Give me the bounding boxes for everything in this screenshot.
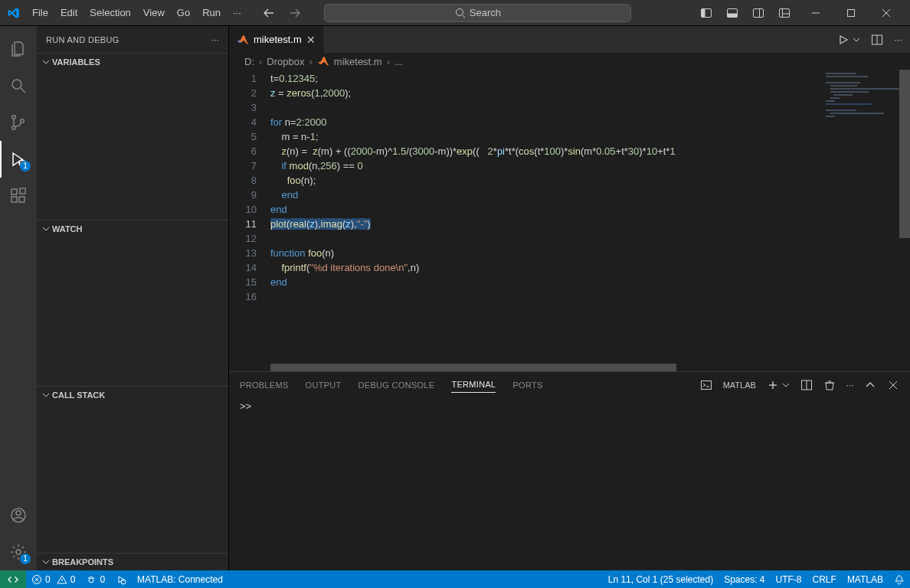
scrollbar-thumb[interactable] — [899, 70, 910, 238]
activitybar-search[interactable] — [0, 67, 37, 104]
sidebar-more-icon[interactable]: ··· — [211, 35, 219, 44]
chevron-right-icon: › — [259, 56, 262, 67]
svg-point-19 — [21, 119, 25, 123]
toggle-secondary-sidebar-icon[interactable] — [752, 7, 764, 19]
layout-controls — [700, 7, 791, 19]
svg-point-28 — [16, 511, 21, 515]
status-notifications[interactable] — [889, 570, 910, 588]
panel-more-icon[interactable]: ··· — [846, 381, 853, 390]
run-debug-badge: 1 — [20, 161, 31, 172]
svg-rect-35 — [826, 82, 860, 83]
kill-terminal-icon[interactable] — [823, 379, 836, 391]
scrollbar-thumb[interactable] — [270, 364, 676, 371]
debug-icon — [116, 574, 126, 585]
crumb[interactable]: miketest.m — [334, 56, 382, 67]
tab-close-icon[interactable]: ✕ — [306, 34, 316, 46]
minimize-button[interactable] — [798, 0, 833, 26]
section-callstack-head[interactable]: CALL STACK — [37, 387, 228, 403]
editor-horizontal-scrollbar[interactable] — [229, 364, 910, 371]
svg-rect-24 — [11, 197, 17, 202]
terminal-dropdown-icon[interactable] — [782, 381, 790, 389]
section-watch-head[interactable]: WATCH — [37, 220, 228, 237]
svg-rect-46 — [701, 381, 711, 389]
terminal-body[interactable]: >> — [229, 397, 910, 570]
terminal-profile-icon[interactable] — [700, 379, 712, 391]
breadcrumbs[interactable]: D: › Dropbox › miketest.m › ... — [229, 53, 910, 70]
status-language[interactable]: MATLAB — [842, 570, 889, 588]
warning-icon — [57, 574, 67, 585]
panel-tab-debug-console[interactable]: DEBUG CONSOLE — [358, 377, 435, 393]
section-label: CALL STACK — [52, 390, 105, 400]
command-center: Search — [324, 4, 631, 22]
toggle-panel-icon[interactable] — [726, 7, 738, 19]
toggle-primary-sidebar-icon[interactable] — [700, 7, 712, 19]
run-dropdown-icon[interactable] — [853, 36, 860, 44]
svg-rect-41 — [826, 100, 835, 102]
svg-point-17 — [12, 116, 16, 119]
menu-view[interactable]: View — [137, 4, 171, 21]
menu-overflow[interactable]: ··· — [227, 4, 247, 21]
activitybar-settings[interactable]: 1 — [0, 534, 37, 570]
new-terminal-icon[interactable] — [767, 379, 779, 391]
nav-forward-icon[interactable] — [289, 7, 301, 19]
terminal-name[interactable]: MATLAB — [723, 381, 756, 390]
menu-run[interactable]: Run — [196, 4, 227, 21]
section-breakpoints: BREAKPOINTS — [37, 553, 228, 570]
minimap[interactable] — [823, 70, 899, 364]
run-file-icon[interactable] — [837, 34, 849, 46]
status-eol[interactable]: CRLF — [807, 570, 842, 588]
bell-icon — [894, 574, 905, 585]
maximize-button[interactable] — [833, 0, 869, 26]
status-ports-count: 0 — [100, 574, 105, 585]
crumb[interactable]: Dropbox — [267, 56, 304, 67]
code-area[interactable]: t=0.12345;z = zeros(1,2000);for n=2:2000… — [270, 70, 910, 364]
menu-go[interactable]: Go — [171, 4, 196, 21]
line-gutter[interactable]: 12345678910111213141516 — [229, 70, 270, 364]
svg-rect-25 — [19, 197, 25, 202]
status-encoding[interactable]: UTF-8 — [771, 570, 807, 588]
vscode-logo-icon — [6, 5, 21, 21]
nav-back-icon[interactable] — [263, 7, 275, 19]
panel-tab-terminal[interactable]: TERMINAL — [451, 377, 496, 393]
editor-vertical-scrollbar[interactable] — [899, 70, 910, 364]
svg-point-15 — [12, 80, 21, 89]
status-matlab[interactable]: MATLAB: Connected — [132, 570, 228, 588]
tab-miketest[interactable]: miketest.m ✕ — [229, 26, 324, 53]
editor-body[interactable]: 12345678910111213141516 t=0.12345;z = ze… — [229, 70, 910, 364]
activitybar-scm[interactable] — [0, 104, 37, 141]
activitybar-explorer[interactable] — [0, 31, 37, 67]
section-breakpoints-head[interactable]: BREAKPOINTS — [37, 554, 228, 570]
activitybar-extensions[interactable] — [0, 178, 37, 214]
panel-tab-problems[interactable]: PROBLEMS — [240, 377, 289, 393]
status-spaces[interactable]: Spaces: 4 — [719, 570, 770, 588]
split-editor-icon[interactable] — [871, 34, 883, 46]
panel-tab-ports[interactable]: PORTS — [512, 377, 542, 393]
menu-selection[interactable]: Selection — [83, 4, 136, 21]
status-cursor[interactable]: Ln 11, Col 1 (25 selected) — [603, 570, 719, 588]
status-matlab-label: MATLAB: Connected — [137, 574, 223, 585]
section-variables: VARIABLES — [37, 53, 228, 220]
editor-more-icon[interactable]: ··· — [894, 34, 902, 45]
split-terminal-icon[interactable] — [800, 379, 813, 391]
remote-indicator[interactable] — [0, 570, 26, 588]
activitybar-account[interactable] — [0, 497, 37, 534]
customize-layout-icon[interactable] — [778, 7, 791, 19]
menu-file[interactable]: File — [26, 4, 54, 21]
titlebar: File Edit Selection View Go Run ··· Sear… — [0, 0, 910, 26]
close-panel-icon[interactable] — [887, 379, 899, 391]
ports-icon — [86, 574, 97, 585]
statusbar: 0 0 0 MATLAB: Connected Ln 11, Col 1 (25… — [0, 570, 910, 588]
crumb[interactable]: ... — [394, 56, 403, 67]
crumb[interactable]: D: — [244, 56, 254, 67]
search-box[interactable]: Search — [324, 4, 631, 22]
maximize-panel-icon[interactable] — [864, 379, 876, 391]
panel-tab-output[interactable]: OUTPUT — [306, 377, 342, 393]
close-button[interactable] — [869, 0, 904, 26]
section-variables-head[interactable]: VARIABLES — [37, 54, 228, 70]
status-debug-start[interactable] — [110, 570, 132, 588]
activitybar-run-debug[interactable]: 1 — [0, 141, 37, 178]
status-errors[interactable]: 0 0 — [26, 570, 80, 588]
status-ports[interactable]: 0 — [80, 570, 110, 588]
svg-rect-37 — [830, 88, 899, 90]
menu-edit[interactable]: Edit — [54, 4, 83, 21]
